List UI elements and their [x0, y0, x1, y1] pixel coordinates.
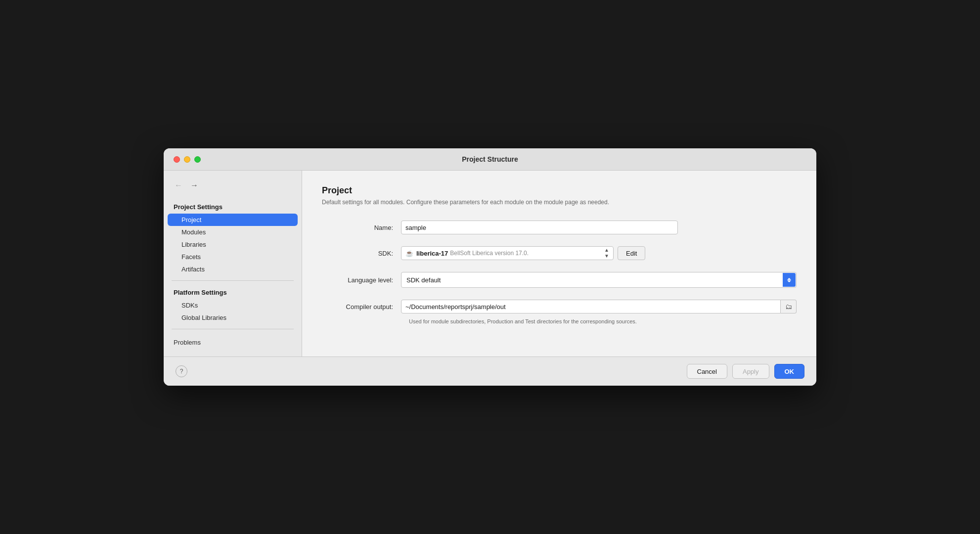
sidebar-divider-1 — [172, 280, 294, 281]
compiler-output-wrapper: 🗂 — [401, 300, 797, 313]
sdk-selector: ☕ liberica-17 BellSoft Liberica version … — [401, 246, 747, 260]
folder-icon: 🗂 — [785, 303, 792, 311]
language-level-select[interactable]: SDK default 8 11 17 21 — [401, 272, 797, 288]
sidebar-item-problems[interactable]: Problems — [164, 336, 302, 349]
nav-buttons: ← → — [164, 178, 302, 200]
sidebar-item-sdks[interactable]: SDKs — [164, 299, 302, 312]
language-level-label: Language level: — [322, 276, 401, 284]
sidebar-item-artifacts[interactable]: Artifacts — [164, 263, 302, 275]
minimize-button[interactable] — [184, 156, 190, 163]
compiler-hint: Used for module subdirectories, Producti… — [409, 318, 797, 324]
maximize-button[interactable] — [194, 156, 201, 163]
platform-settings-header: Platform Settings — [164, 286, 302, 299]
compiler-output-row: Compiler output: 🗂 — [322, 300, 797, 313]
sidebar-item-libraries[interactable]: Libraries — [164, 238, 302, 251]
sidebar-item-global-libraries[interactable]: Global Libraries — [164, 312, 302, 324]
sidebar-item-modules[interactable]: Modules — [164, 226, 302, 238]
sdk-name: liberica-17 — [416, 250, 448, 257]
name-input[interactable] — [401, 221, 678, 234]
name-label: Name: — [322, 224, 401, 231]
content-area: ← → Project Settings Project Modules Lib… — [164, 171, 816, 356]
compiler-output-label: Compiler output: — [322, 303, 401, 311]
dialog-title: Project Structure — [462, 155, 518, 163]
close-button[interactable] — [174, 156, 180, 163]
project-structure-dialog: Project Structure ← → Project Settings P… — [164, 148, 816, 386]
sdk-version: BellSoft Liberica version 17.0. — [450, 250, 529, 257]
sdk-edit-button[interactable]: Edit — [618, 246, 645, 260]
project-settings-header: Project Settings — [164, 200, 302, 214]
titlebar: Project Structure — [164, 148, 816, 171]
sdk-dropdown[interactable]: ☕ liberica-17 BellSoft Liberica version … — [401, 246, 614, 260]
footer: ? Cancel Apply OK — [164, 356, 816, 386]
back-button[interactable]: ← — [172, 178, 185, 192]
ok-button[interactable]: OK — [774, 364, 805, 379]
sdk-coffee-icon: ☕ — [405, 249, 413, 257]
cancel-button[interactable]: Cancel — [687, 364, 727, 379]
sdk-spinner-icon[interactable]: ▲ ▼ — [604, 247, 609, 259]
language-level-wrapper: SDK default 8 11 17 21 — [401, 272, 797, 288]
sidebar-item-facets[interactable]: Facets — [164, 251, 302, 263]
sidebar: ← → Project Settings Project Modules Lib… — [164, 171, 302, 356]
help-icon: ? — [180, 368, 183, 375]
language-level-row: Language level: SDK default 8 11 17 21 — [322, 272, 797, 288]
sdk-row: SDK: ☕ liberica-17 BellSoft Liberica ver… — [322, 246, 797, 260]
traffic-lights — [174, 156, 201, 163]
compiler-output-input[interactable] — [401, 300, 781, 313]
section-title: Project — [322, 185, 797, 196]
help-button[interactable]: ? — [176, 365, 187, 377]
sidebar-divider-2 — [172, 329, 294, 329]
apply-button[interactable]: Apply — [732, 364, 769, 379]
sdk-label: SDK: — [322, 250, 401, 257]
compiler-folder-button[interactable]: 🗂 — [781, 300, 797, 313]
name-row: Name: — [322, 221, 797, 234]
section-description: Default settings for all modules. Config… — [322, 199, 797, 206]
forward-button[interactable]: → — [187, 178, 201, 192]
main-content: Project Default settings for all modules… — [302, 171, 816, 356]
sidebar-item-project[interactable]: Project — [168, 214, 298, 226]
